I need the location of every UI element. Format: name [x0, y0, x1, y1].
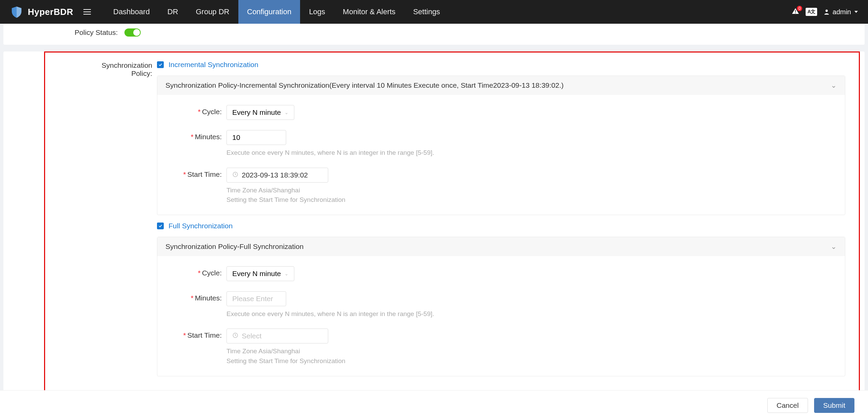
full-minutes-input-wrap [226, 291, 286, 306]
nav-monitor-alerts[interactable]: Monitor & Alerts [334, 0, 404, 24]
chevron-down-icon [854, 11, 858, 13]
user-label: admin [833, 8, 851, 16]
topbar: HyperBDR Dashboard DR Group DR Configura… [0, 0, 868, 24]
clock-icon [232, 171, 238, 179]
svg-rect-3 [795, 13, 796, 13]
hamburger-icon[interactable] [83, 9, 91, 15]
sync-policy-card: Synchronization Policy: Incremental Sync… [3, 51, 865, 404]
chevron-down-icon: ⌄ [284, 110, 289, 115]
policy-status-label: Policy Status: [75, 28, 118, 37]
inc-cycle-select[interactable]: Every N minute ⌄ [226, 105, 294, 120]
svg-point-0 [19, 8, 20, 9]
footer-bar: Cancel Submit [0, 390, 868, 420]
sync-policy-label: Synchronization Policy: [89, 61, 157, 78]
nav-group-dr[interactable]: Group DR [187, 0, 238, 24]
full-tz-hint: Time Zone Asia/Shanghai [226, 347, 837, 356]
nav-configuration[interactable]: Configuration [238, 0, 300, 24]
full-cycle-label: Cycle: [202, 269, 222, 277]
full-sync-label: Full Synchronization [169, 222, 233, 230]
submit-button[interactable]: Submit [814, 398, 854, 413]
inc-tz-hint: Time Zone Asia/Shanghai [226, 186, 837, 195]
svg-point-1 [20, 9, 21, 10]
sync-policy-highlight: Synchronization Policy: Incremental Sync… [44, 51, 860, 392]
topbar-right: 0 A文 admin [791, 7, 858, 17]
incremental-sync-checkbox-row: Incremental Synchronization [157, 61, 845, 69]
nav-dashboard[interactable]: Dashboard [104, 0, 159, 24]
svg-rect-2 [795, 10, 796, 12]
full-cycle-value: Every N minute [232, 270, 281, 278]
full-minutes-label: Minutes: [195, 294, 222, 302]
full-start-hint: Setting the Start Time for Synchronizati… [226, 357, 837, 366]
user-menu[interactable]: admin [823, 8, 858, 16]
user-icon [823, 8, 830, 15]
chevron-down-icon: ⌄ [284, 271, 289, 276]
incremental-panel-title: Synchronization Policy-Incremental Synch… [165, 81, 564, 89]
cancel-button[interactable]: Cancel [767, 398, 808, 413]
chevron-down-icon: ⌄ [831, 81, 837, 89]
incremental-panel: Synchronization Policy-Incremental Synch… [157, 76, 845, 215]
svg-point-4 [825, 9, 828, 12]
full-panel: Synchronization Policy-Full Synchronizat… [157, 237, 845, 376]
notification-badge: 0 [797, 6, 802, 11]
incremental-sync-checkbox[interactable] [157, 61, 164, 68]
nav-settings[interactable]: Settings [404, 0, 449, 24]
language-switch[interactable]: A文 [806, 8, 817, 16]
full-sync-checkbox[interactable] [157, 223, 164, 229]
shield-icon [10, 5, 23, 18]
inc-minutes-label: Minutes: [195, 133, 222, 141]
full-panel-title: Synchronization Policy-Full Synchronizat… [165, 243, 303, 251]
chevron-down-icon: ⌄ [831, 243, 837, 251]
main-nav: Dashboard DR Group DR Configuration Logs… [104, 0, 449, 24]
check-icon [158, 62, 163, 67]
incremental-sync-label: Incremental Synchronization [169, 61, 258, 69]
inc-start-picker[interactable]: 2023-09-13 18:39:02 [226, 168, 328, 183]
notifications-button[interactable]: 0 [791, 7, 800, 17]
full-panel-header[interactable]: Synchronization Policy-Full Synchronizat… [157, 237, 845, 256]
full-minutes-input[interactable] [232, 295, 280, 303]
full-start-placeholder: Select [242, 332, 261, 340]
full-sync-checkbox-row: Full Synchronization [157, 222, 845, 230]
full-minutes-hint: Execute once every N minutes, where N is… [226, 310, 837, 319]
check-icon [158, 224, 163, 228]
brand-text: HyperBDR [28, 7, 73, 17]
inc-start-hint: Setting the Start Time for Synchronizati… [226, 195, 837, 205]
full-cycle-select[interactable]: Every N minute ⌄ [226, 266, 294, 281]
full-start-label: Start Time: [187, 331, 222, 339]
inc-start-value: 2023-09-13 18:39:02 [242, 171, 308, 179]
inc-cycle-label: Cycle: [202, 108, 222, 115]
policy-status-toggle[interactable] [124, 28, 141, 37]
nav-dr[interactable]: DR [159, 0, 187, 24]
full-start-picker[interactable]: Select [226, 329, 328, 343]
page-body: Policy Status: Synchronization Policy: I… [0, 24, 868, 420]
inc-cycle-value: Every N minute [232, 108, 281, 117]
logo[interactable]: HyperBDR [10, 5, 73, 18]
policy-status-card: Policy Status: [3, 24, 865, 45]
clock-icon [232, 332, 238, 340]
incremental-panel-header[interactable]: Synchronization Policy-Incremental Synch… [157, 76, 845, 95]
nav-logs[interactable]: Logs [300, 0, 334, 24]
inc-minutes-hint: Execute once every N minutes, where N is… [226, 148, 837, 158]
inc-minutes-input-wrap [226, 130, 286, 145]
inc-start-label: Start Time: [187, 170, 222, 178]
inc-minutes-input[interactable] [232, 133, 280, 142]
